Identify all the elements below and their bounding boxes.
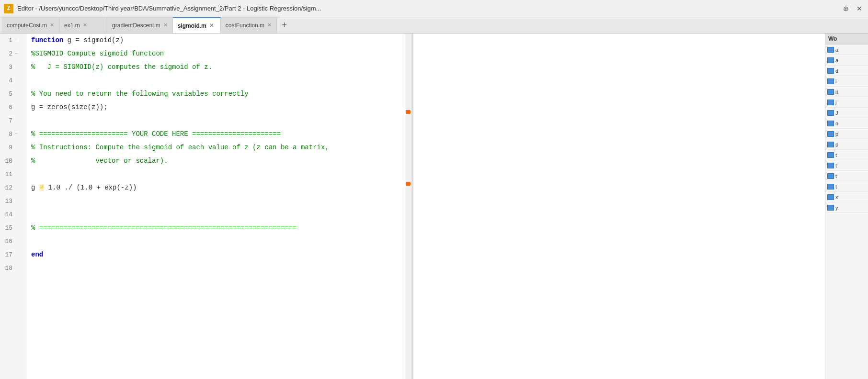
- tab-bar: computeCost.m✕ex1.m✕gradientDescent.m✕si…: [0, 17, 868, 33]
- add-tab-button[interactable]: +: [277, 17, 292, 33]
- line-number-row: 17: [0, 248, 26, 261]
- workspace-item[interactable]: j: [825, 97, 868, 108]
- editor-scrollbar[interactable]: [405, 33, 411, 379]
- tab-close-icon[interactable]: ✕: [50, 22, 54, 28]
- code-line[interactable]: [26, 114, 405, 127]
- workspace-item-icon: [827, 57, 834, 63]
- tab-close-icon[interactable]: ✕: [83, 22, 87, 28]
- comment-token: % Instructions: Compute the sigmoid of e…: [31, 144, 329, 151]
- comment-token: % J = SIGMOID(z) computes the sigmoid of…: [31, 63, 212, 71]
- line-number-row: 12: [0, 181, 26, 194]
- code-line[interactable]: [26, 194, 405, 208]
- code-line[interactable]: g = 1.0 ./ (1.0 + exp(-z)): [26, 181, 405, 194]
- code-line[interactable]: % ======================================…: [26, 221, 405, 234]
- workspace-item-icon: [827, 47, 834, 53]
- code-line[interactable]: [26, 261, 405, 275]
- workspace-item[interactable]: n: [825, 118, 868, 129]
- tab-label: gradientDescent.m: [112, 22, 160, 29]
- workspace-item[interactable]: t: [825, 181, 868, 192]
- fold-indicator[interactable]: −: [13, 51, 19, 56]
- comment-token: % vector or scalar).: [31, 157, 168, 165]
- workspace-item-icon: [827, 163, 834, 168]
- code-line[interactable]: % Instructions: Compute the sigmoid of e…: [26, 141, 405, 154]
- workspace-item-name: t: [835, 163, 837, 168]
- code-line[interactable]: g = zeros(size(z));: [26, 100, 405, 114]
- fold-indicator[interactable]: −: [13, 38, 19, 43]
- line-number: 4: [2, 77, 12, 84]
- line-number: 3: [2, 64, 12, 71]
- line-number: 5: [2, 90, 12, 98]
- workspace-item-name: p: [835, 142, 838, 147]
- workspace-item[interactable]: it: [825, 87, 868, 97]
- workspace-item-name: J: [835, 110, 838, 116]
- workspace-item[interactable]: y: [825, 202, 868, 213]
- code-line[interactable]: [26, 74, 405, 87]
- code-line[interactable]: % J = SIGMOID(z) computes the sigmoid of…: [26, 60, 405, 74]
- editor-content: 1−2−345678−9101112131415161718 function …: [0, 33, 411, 379]
- workspace-item[interactable]: t: [825, 160, 868, 171]
- keyword-token: function: [31, 36, 63, 44]
- workspace-item-icon: [827, 121, 834, 126]
- workspace-item[interactable]: a: [825, 45, 868, 55]
- tab-close-icon[interactable]: ✕: [209, 22, 214, 29]
- workspace-item-name: a: [835, 57, 838, 63]
- fold-indicator[interactable]: −: [13, 132, 19, 137]
- tab-ex1-m[interactable]: ex1.m✕: [59, 17, 107, 33]
- tab-sigmoid-m[interactable]: sigmoid.m✕: [173, 17, 221, 33]
- equals-token: =: [39, 184, 44, 191]
- workspace-item[interactable]: p: [825, 129, 868, 139]
- workspace-item[interactable]: t: [825, 150, 868, 160]
- close-button[interactable]: ✕: [855, 4, 864, 13]
- workspace-item[interactable]: p: [825, 139, 868, 150]
- window-title: Editor - /Users/yunccc/Desktop/Third yea…: [17, 5, 841, 12]
- comment-token: %SIGMOID Compute sigmoid functoon: [31, 50, 164, 57]
- code-line[interactable]: [26, 208, 405, 221]
- tab-costFunction-m[interactable]: costFunction.m✕: [221, 17, 277, 33]
- workspace-item-icon: [827, 78, 834, 84]
- tab-computeCost-m[interactable]: computeCost.m✕: [2, 17, 59, 33]
- tab-gradientDescent-m[interactable]: gradientDescent.m✕: [107, 17, 173, 33]
- code-line[interactable]: [26, 167, 405, 181]
- line-number-row: 13: [0, 194, 26, 208]
- workspace-item-icon: [827, 89, 834, 95]
- code-line[interactable]: % You need to return the following varia…: [26, 87, 405, 100]
- code-line[interactable]: % ====================== YOUR CODE HERE …: [26, 127, 405, 141]
- code-token: g = zeros(size(z));: [31, 103, 108, 111]
- workspace-item-icon: [827, 110, 834, 116]
- line-number: 6: [2, 104, 12, 111]
- workspace-item-icon: [827, 152, 834, 158]
- line-number: 16: [2, 238, 12, 245]
- code-line[interactable]: function g = sigmoid(z): [26, 33, 405, 47]
- workspace-item-icon: [827, 142, 834, 147]
- workspace-item-name: d: [835, 68, 838, 74]
- workspace-item[interactable]: a: [825, 55, 868, 66]
- workspace-item-name: i: [835, 78, 836, 84]
- workspace-item[interactable]: t: [825, 171, 868, 181]
- code-token: g: [31, 184, 39, 191]
- line-number-row: 7: [0, 114, 26, 127]
- window-controls: ⊕ ✕: [841, 4, 864, 13]
- tab-close-icon[interactable]: ✕: [267, 22, 272, 28]
- tab-close-icon[interactable]: ✕: [163, 22, 168, 28]
- code-area[interactable]: function g = sigmoid(z)%SIGMOID Compute …: [26, 33, 405, 379]
- line-number: 8: [2, 131, 12, 138]
- workspace-item[interactable]: i: [825, 76, 868, 87]
- workspace-item[interactable]: x: [825, 192, 868, 202]
- line-number: 14: [2, 211, 12, 218]
- scrollbar-thumb-1: [406, 110, 411, 114]
- workspace-item-icon: [827, 184, 834, 190]
- workspace-item-name: t: [835, 173, 837, 179]
- workspace-item[interactable]: J: [825, 108, 868, 118]
- workspace-item[interactable]: d: [825, 66, 868, 76]
- workspace-item-name: t: [835, 152, 837, 158]
- code-line[interactable]: %SIGMOID Compute sigmoid functoon: [26, 47, 405, 60]
- workspace-item-name: n: [835, 121, 838, 126]
- code-line[interactable]: % vector or scalar).: [26, 154, 405, 167]
- code-line[interactable]: [26, 234, 405, 248]
- main-area: 1−2−345678−9101112131415161718 function …: [0, 33, 868, 379]
- workspace-item-icon: [827, 173, 834, 179]
- editor-right: [411, 33, 825, 379]
- line-number-row: 11: [0, 167, 26, 181]
- code-line[interactable]: end: [26, 248, 405, 261]
- pin-button[interactable]: ⊕: [841, 4, 851, 13]
